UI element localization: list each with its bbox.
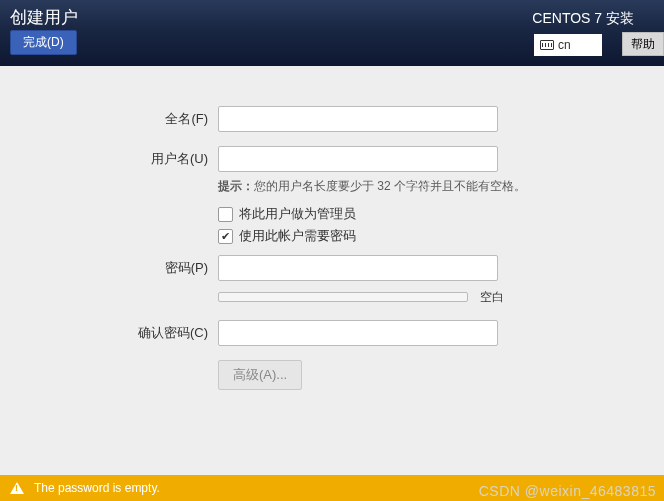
done-button[interactable]: 完成(D) xyxy=(10,30,77,55)
header-bar: 创建用户 完成(D) CENTOS 7 安装 cn 帮助 xyxy=(0,0,664,66)
confirm-password-input[interactable] xyxy=(218,320,498,346)
fullname-label: 全名(F) xyxy=(30,110,218,128)
user-form: 全名(F) 用户名(U) 提示：您的用户名长度要少于 32 个字符并且不能有空格… xyxy=(0,66,664,390)
advanced-button[interactable]: 高级(A)... xyxy=(218,360,302,390)
fullname-input[interactable] xyxy=(218,106,498,132)
admin-checkbox-row[interactable]: 将此用户做为管理员 xyxy=(218,205,634,223)
hint-prefix: 提示： xyxy=(218,179,254,193)
keyboard-layout-code: cn xyxy=(558,38,571,52)
username-hint: 提示：您的用户名长度要少于 32 个字符并且不能有空格。 xyxy=(218,178,634,195)
admin-checkbox[interactable] xyxy=(218,207,233,222)
warning-text: The password is empty. xyxy=(34,481,160,495)
require-password-label: 使用此帐户需要密码 xyxy=(239,227,356,245)
warning-bar: The password is empty. xyxy=(0,475,664,501)
password-strength-label: 空白 xyxy=(480,290,504,304)
password-label: 密码(P) xyxy=(30,259,218,277)
page-title: 创建用户 xyxy=(10,6,78,29)
password-input[interactable] xyxy=(218,255,498,281)
hint-text: 您的用户名长度要少于 32 个字符并且不能有空格。 xyxy=(254,179,526,193)
confirm-password-label: 确认密码(C) xyxy=(30,324,218,342)
keyboard-icon xyxy=(540,40,554,50)
admin-checkbox-label: 将此用户做为管理员 xyxy=(239,205,356,223)
help-button[interactable]: 帮助 xyxy=(622,32,664,56)
require-password-checkbox-row[interactable]: ✔ 使用此帐户需要密码 xyxy=(218,227,634,245)
keyboard-layout-indicator[interactable]: cn xyxy=(534,34,602,56)
install-title: CENTOS 7 安装 xyxy=(532,10,634,28)
require-password-checkbox[interactable]: ✔ xyxy=(218,229,233,244)
username-input[interactable] xyxy=(218,146,498,172)
password-strength-meter xyxy=(218,292,468,302)
warning-icon xyxy=(10,482,24,494)
username-label: 用户名(U) xyxy=(30,150,218,168)
